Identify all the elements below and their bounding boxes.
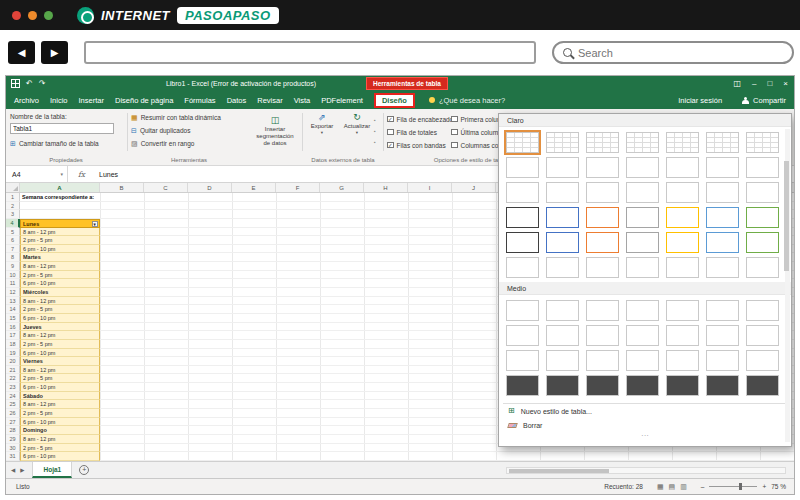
table-style-medio-25[interactable] — [626, 375, 659, 396]
table-style-medio-22[interactable] — [506, 375, 539, 396]
table-style-medio-5[interactable] — [666, 300, 699, 321]
table-style-claro-40[interactable] — [666, 257, 699, 278]
sheet-prev-icon[interactable]: ◀ — [11, 467, 15, 473]
sign-in-button[interactable]: Iniciar sesión — [678, 96, 722, 105]
table-properties-icon[interactable]: ▪ — [374, 117, 376, 123]
tab-revisar[interactable]: Revisar — [257, 96, 282, 105]
cell-a17[interactable]: 8 am - 12 pm — [20, 331, 100, 340]
row-header-17[interactable]: 17 — [6, 331, 20, 340]
remove-duplicates-button[interactable]: ⊟ Quitar duplicados — [131, 127, 190, 134]
tell-me[interactable]: ¿Qué desea hacer? — [429, 96, 505, 105]
ribbon-display-options-icon[interactable]: ◫ — [733, 79, 741, 88]
table-name-input[interactable] — [10, 123, 114, 134]
col-header-e[interactable]: E — [232, 183, 276, 192]
row-header-6[interactable]: 6 — [6, 236, 20, 245]
back-button[interactable]: ◀ — [8, 41, 35, 64]
table-style-medio-15[interactable] — [506, 350, 539, 371]
sheet-tab-hoja1[interactable]: Hoja1 — [32, 462, 72, 478]
cell-a14[interactable]: 2 pm - 5 pm — [20, 305, 100, 314]
zoom-out-button[interactable]: – — [701, 483, 705, 490]
col-header-a[interactable]: A — [20, 183, 100, 192]
tab-archivo[interactable]: Archivo — [14, 96, 39, 105]
row-header-20[interactable]: 20 — [6, 357, 20, 366]
row-header-29[interactable]: 29 — [6, 435, 20, 444]
restore-icon[interactable]: □ — [767, 79, 772, 88]
cell-a28[interactable]: Domingo — [20, 426, 100, 435]
table-style-claro-1[interactable] — [506, 132, 539, 153]
tab-insertar[interactable]: Insertar — [79, 96, 104, 105]
row-header-3[interactable]: 3 — [6, 210, 20, 219]
row-header-18[interactable]: 18 — [6, 340, 20, 349]
cell-a8[interactable]: Martes — [20, 253, 100, 262]
zoom-slider[interactable] — [709, 486, 757, 487]
row-header-1[interactable]: 1 — [6, 193, 20, 202]
table-style-medio-7[interactable] — [746, 300, 779, 321]
table-style-medio-14[interactable] — [746, 325, 779, 346]
cell-a9[interactable]: 8 am - 12 pm — [20, 262, 100, 271]
page-layout-view-icon[interactable]: ▤ — [669, 483, 676, 491]
table-style-medio-9[interactable] — [546, 325, 579, 346]
table-style-claro-24[interactable] — [586, 207, 619, 228]
row-header-28[interactable]: 28 — [6, 426, 20, 435]
table-style-claro-41[interactable] — [706, 257, 739, 278]
forward-button[interactable]: ▶ — [41, 41, 68, 64]
table-style-claro-19[interactable] — [666, 182, 699, 203]
col-header-j[interactable]: J — [452, 183, 496, 192]
cell-a4[interactable]: Lunes▾ — [20, 219, 100, 228]
table-style-claro-15[interactable] — [506, 182, 539, 203]
table-style-claro-4[interactable] — [626, 132, 659, 153]
table-style-claro-32[interactable] — [626, 232, 659, 253]
table-style-medio-13[interactable] — [706, 325, 739, 346]
row-header-9[interactable]: 9 — [6, 262, 20, 271]
undo-icon[interactable]: ↶ — [26, 79, 33, 88]
zoom-in-button[interactable]: + — [762, 483, 766, 490]
cell-a10[interactable]: 2 pm - 5 pm — [20, 271, 100, 280]
export-button[interactable]: ⇗ Exportar ▾ — [305, 112, 339, 152]
table-style-claro-5[interactable] — [666, 132, 699, 153]
tab-diseno[interactable]: Diseño — [374, 93, 415, 108]
cell-a22[interactable]: 2 pm - 5 pm — [20, 374, 100, 383]
table-style-medio-4[interactable] — [626, 300, 659, 321]
table-style-claro-31[interactable] — [586, 232, 619, 253]
cell-a30[interactable]: 2 pm - 5 pm — [20, 444, 100, 453]
cell-a21[interactable]: 8 am - 12 pm — [20, 366, 100, 375]
cell-a13[interactable]: 8 am - 12 pm — [20, 297, 100, 306]
table-style-claro-6[interactable] — [706, 132, 739, 153]
checkbox-filas-con-bandas[interactable]: ✓Filas con bandas — [387, 139, 453, 151]
row-header-27[interactable]: 27 — [6, 418, 20, 427]
row-header-8[interactable]: 8 — [6, 253, 20, 262]
table-style-claro-23[interactable] — [546, 207, 579, 228]
table-style-claro-21[interactable] — [746, 182, 779, 203]
table-style-medio-1[interactable] — [506, 300, 539, 321]
insert-slicer-button[interactable]: ◫ Insertar segmentación de datos — [249, 111, 301, 151]
table-style-claro-18[interactable] — [626, 182, 659, 203]
col-header-h[interactable]: H — [364, 183, 408, 192]
row-header-4[interactable]: 4 — [6, 219, 20, 228]
cell-a27[interactable]: 6 pm - 10 pm — [20, 418, 100, 427]
table-style-medio-2[interactable] — [546, 300, 579, 321]
table-style-medio-17[interactable] — [586, 350, 619, 371]
cell-a15[interactable]: 6 pm - 10 pm — [20, 314, 100, 323]
row-header-14[interactable]: 14 — [6, 305, 20, 314]
scrollbar-thumb[interactable] — [509, 469, 609, 473]
search-box[interactable] — [552, 41, 794, 64]
col-header-d[interactable]: D — [188, 183, 232, 192]
horizontal-scrollbar[interactable] — [506, 467, 786, 474]
table-style-claro-2[interactable] — [546, 132, 579, 153]
search-input[interactable] — [578, 47, 768, 59]
table-style-medio-6[interactable] — [706, 300, 739, 321]
tab-datos[interactable]: Datos — [227, 96, 247, 105]
table-style-medio-23[interactable] — [546, 375, 579, 396]
cell-a23[interactable]: 6 pm - 10 pm — [20, 383, 100, 392]
table-style-claro-12[interactable] — [666, 157, 699, 178]
clear-style-button[interactable]: Borrar — [499, 418, 791, 432]
minimize-icon[interactable]: – — [752, 79, 756, 88]
cell-a31[interactable]: 6 pm - 10 pm — [20, 452, 100, 461]
select-all-corner[interactable] — [6, 183, 20, 192]
table-style-medio-27[interactable] — [706, 375, 739, 396]
table-style-medio-26[interactable] — [666, 375, 699, 396]
cell-a3[interactable] — [20, 210, 100, 219]
empty-cells[interactable] — [100, 452, 794, 461]
row-header-25[interactable]: 25 — [6, 400, 20, 409]
table-style-medio-12[interactable] — [666, 325, 699, 346]
